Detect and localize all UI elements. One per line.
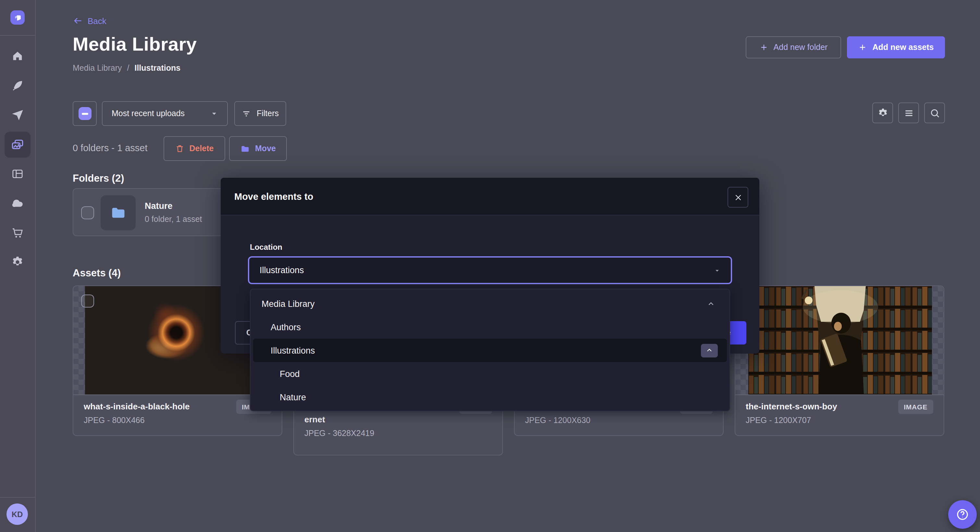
- back-button[interactable]: Back: [73, 16, 107, 26]
- location-value: Illustrations: [259, 265, 304, 275]
- close-icon[interactable]: [727, 187, 748, 208]
- plus-icon: [858, 43, 867, 52]
- sidebar-item-settings[interactable]: [5, 249, 30, 275]
- gear-icon: [877, 107, 888, 118]
- list-icon: [903, 107, 914, 118]
- send-plane-icon: [11, 108, 24, 121]
- dropdown-option-illustrations[interactable]: Illustrations: [253, 339, 727, 362]
- cart-icon: [11, 226, 24, 240]
- indeterminate-checkbox-icon: [78, 107, 91, 120]
- home-icon: [11, 49, 24, 62]
- gear-icon: [11, 256, 24, 268]
- caret-down-icon: [714, 267, 721, 273]
- sidebar: KD: [0, 0, 36, 532]
- breadcrumb-current: Illustrations: [134, 64, 180, 73]
- filters-button[interactable]: Filters: [234, 101, 286, 126]
- assets-heading: Assets (4): [73, 267, 121, 279]
- sidebar-item-media-library[interactable]: [5, 132, 30, 158]
- media-library-icon: [10, 138, 25, 152]
- delete-button[interactable]: Delete: [164, 136, 225, 161]
- asset-card[interactable]: the-internet-s-own-boy JPEG - 1200X707 I…: [735, 286, 944, 436]
- asset-checkbox[interactable]: [81, 295, 94, 308]
- select-all-checkbox[interactable]: [73, 101, 97, 126]
- back-label: Back: [88, 16, 107, 25]
- dropdown-option-nature[interactable]: Nature: [253, 385, 727, 409]
- dropdown-option-media-library[interactable]: Media Library: [253, 292, 727, 315]
- sidebar-divider: [0, 35, 35, 36]
- modal-header: Move elements to: [221, 178, 759, 215]
- feather-icon: [11, 79, 24, 92]
- asset-thumbnail: [735, 286, 943, 394]
- question-mark-icon: [955, 507, 970, 522]
- search-icon: [929, 107, 940, 118]
- sort-value: Most recent uploads: [111, 109, 185, 118]
- folder-icon: [240, 144, 250, 153]
- settings-view-button[interactable]: [872, 103, 893, 123]
- location-select[interactable]: Illustrations: [248, 256, 732, 284]
- collapse-chevron-up-button[interactable]: [701, 343, 718, 357]
- asset-meta: JPEG - 3628X2419: [304, 429, 492, 438]
- cloud-icon: [11, 196, 24, 210]
- trash-icon: [175, 144, 184, 153]
- modal-title: Move elements to: [234, 191, 313, 202]
- location-label: Location: [250, 243, 282, 252]
- search-button[interactable]: [924, 103, 945, 123]
- folder-name: Nature: [145, 201, 173, 211]
- caret-down-icon: [210, 110, 218, 118]
- library-photo-image: [748, 286, 932, 394]
- dropdown-option-food[interactable]: Food: [253, 362, 727, 385]
- list-view-button[interactable]: [898, 103, 919, 123]
- breadcrumb: Media Library / Illustrations: [73, 64, 180, 73]
- sidebar-item-releases[interactable]: [5, 102, 30, 128]
- add-new-assets-button[interactable]: Add new assets: [847, 37, 945, 59]
- location-dropdown: Media Library Authors Illustrations Food…: [250, 289, 730, 411]
- folder-icon: [100, 195, 136, 230]
- page-title: Media Library: [73, 34, 197, 55]
- breadcrumb-parent[interactable]: Media Library: [73, 64, 122, 73]
- folder-meta: 0 folder, 1 asset: [145, 215, 202, 224]
- sidebar-item-marketplace[interactable]: [5, 220, 30, 246]
- sidebar-item-home[interactable]: [5, 43, 30, 69]
- breadcrumb-separator: /: [127, 64, 129, 73]
- help-button[interactable]: [948, 500, 977, 529]
- sidebar-item-cloud[interactable]: [5, 190, 30, 216]
- sidebar-divider: [0, 497, 35, 498]
- asset-footer: the-internet-s-own-boy JPEG - 1200X707 I…: [735, 394, 943, 435]
- asset-meta: JPEG - 1200X630: [525, 416, 713, 425]
- folders-heading: Folders (2): [73, 173, 124, 184]
- plus-icon: [759, 43, 768, 52]
- folder-checkbox[interactable]: [81, 206, 94, 219]
- dropdown-option-authors[interactable]: Authors: [253, 315, 727, 339]
- add-new-folder-button[interactable]: Add new folder: [746, 37, 841, 59]
- layout-icon: [11, 167, 24, 180]
- move-button[interactable]: Move: [229, 136, 287, 161]
- chevron-up-icon[interactable]: [707, 299, 715, 308]
- sidebar-item-content[interactable]: [5, 73, 30, 98]
- sidebar-item-content-manager[interactable]: [5, 161, 30, 187]
- back-arrow-icon: [73, 16, 83, 26]
- selection-summary: 0 folders - 1 asset: [73, 143, 148, 153]
- asset-meta: JPEG - 800X466: [84, 416, 271, 425]
- asset-type-badge: IMAGE: [898, 400, 933, 414]
- sort-select[interactable]: Most recent uploads: [102, 101, 228, 126]
- filter-icon: [242, 109, 251, 118]
- user-avatar[interactable]: KD: [6, 503, 28, 525]
- app-logo-icon[interactable]: [10, 10, 25, 25]
- asset-meta: JPEG - 1200X707: [746, 416, 933, 425]
